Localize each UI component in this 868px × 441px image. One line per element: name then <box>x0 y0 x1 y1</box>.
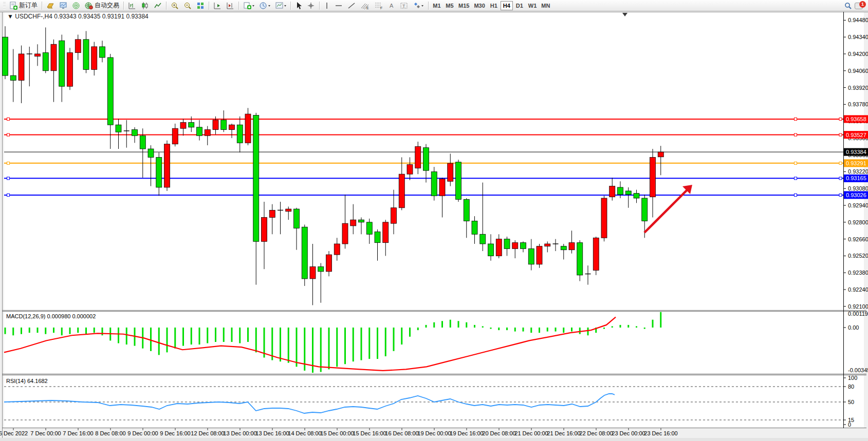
timeframe-M15[interactable]: M15 <box>456 1 471 10</box>
time-tick-label: 7 Dec 00:00 <box>30 430 61 436</box>
time-tick-label: 23 Dec 00:00 <box>612 430 645 436</box>
candle-bull <box>229 125 235 129</box>
fibonacci-button[interactable]: F <box>372 1 385 11</box>
candle-bear <box>302 227 307 279</box>
bar-chart-type-button[interactable] <box>126 1 138 11</box>
toolbar-grip[interactable] <box>3 2 6 9</box>
timeframe-D1[interactable]: D1 <box>513 1 526 10</box>
templates-button[interactable] <box>273 1 288 11</box>
arrows-button[interactable] <box>411 1 426 11</box>
candle-bull <box>172 128 178 144</box>
price-tick-label: 0.92800 <box>848 219 868 225</box>
candle-bull <box>75 40 81 53</box>
charts-profile-button[interactable] <box>44 1 57 11</box>
svg-text:F: F <box>380 6 382 10</box>
horizontal-line-button[interactable] <box>333 1 345 11</box>
time-tick-label: 13 Dec 16:00 <box>255 430 289 436</box>
svg-text:0.93026: 0.93026 <box>846 192 866 198</box>
price-tick-label: 0.93780 <box>848 101 868 107</box>
macd-axis-min: -0.003457 <box>848 367 868 373</box>
equidistant-channel-button[interactable]: E <box>358 1 372 11</box>
vertical-line-button[interactable] <box>322 1 332 11</box>
new-chart-button[interactable] <box>241 1 256 11</box>
macd-axis-zero: 0.00 <box>848 324 859 331</box>
candle-bull <box>415 146 421 168</box>
timeframe-W1[interactable]: W1 <box>526 1 539 10</box>
time-tick-label: 6 Dec 2022 <box>0 430 28 436</box>
tile-windows-icon <box>196 2 205 10</box>
timeframe-M30[interactable]: M30 <box>472 1 487 10</box>
candle-bear <box>221 120 227 130</box>
time-axis[interactable]: 6 Dec 20227 Dec 00:007 Dec 16:008 Dec 08… <box>0 428 868 441</box>
price-tag-0.93384[interactable]: 0.93384 <box>844 148 868 156</box>
notification-badge: 1 <box>859 1 866 8</box>
time-tick-label: 14 Dec 08:00 <box>288 430 321 436</box>
text-button[interactable]: A <box>386 1 397 11</box>
candle-bull <box>310 266 316 278</box>
timeframe-H1[interactable]: H1 <box>488 1 500 10</box>
cursor-button[interactable] <box>293 1 304 11</box>
notification-button[interactable]: 1 <box>855 1 866 10</box>
period-button[interactable] <box>257 1 272 11</box>
candle-bear <box>197 127 202 136</box>
line-handle[interactable] <box>7 162 10 164</box>
search-icon <box>844 2 852 10</box>
macd-label: MACD(12,26,9) 0.000980 0.000002 <box>6 313 96 319</box>
crosshair-button[interactable] <box>305 1 317 11</box>
zoom-out-button[interactable] <box>181 1 194 11</box>
signals-button[interactable] <box>70 1 82 11</box>
auto-trading-button[interactable]: 自动交易 <box>83 1 121 11</box>
auto-scroll-icon <box>213 2 221 10</box>
candle-bull <box>342 223 348 244</box>
price-tick-label: 0.92940 <box>848 202 868 208</box>
tile-windows-button[interactable] <box>194 1 207 11</box>
candle-bear <box>366 222 372 234</box>
text-label-button[interactable]: T <box>398 1 410 11</box>
candle-bull <box>512 243 518 249</box>
candle-bull <box>67 53 73 87</box>
candle-bull <box>448 163 453 181</box>
search-button[interactable] <box>842 1 854 11</box>
candlestick-icon <box>141 2 149 10</box>
channel-icon: E <box>360 2 370 10</box>
trendline-button[interactable] <box>345 1 358 11</box>
line-handle[interactable] <box>7 133 10 136</box>
line-handle[interactable] <box>795 194 797 196</box>
line-handle[interactable] <box>795 133 797 136</box>
arrows-icon <box>413 2 424 10</box>
candle-bull <box>326 255 332 272</box>
candle-bull <box>91 47 97 69</box>
candle-bull <box>496 239 502 256</box>
timeframe-M5[interactable]: M5 <box>444 1 456 10</box>
time-tick-label: 19 Dec 16:00 <box>450 430 483 436</box>
candle-bull <box>51 44 57 71</box>
candle-bear <box>642 198 648 221</box>
line-handle[interactable] <box>7 177 10 180</box>
candlestick-type-button[interactable] <box>139 1 151 11</box>
timeframe-H4[interactable]: H4 <box>501 1 513 10</box>
market-watch-button[interactable] <box>57 1 69 11</box>
line-handle[interactable] <box>7 118 10 120</box>
candle-bear <box>100 47 105 57</box>
candle-bear <box>294 209 300 228</box>
candle-bear <box>431 171 437 196</box>
new-order-button[interactable]: 新订单 <box>7 1 40 11</box>
candle-bear <box>488 244 494 256</box>
line-handle[interactable] <box>795 177 797 180</box>
candle-bear <box>156 157 162 187</box>
auto-scroll-button[interactable] <box>211 1 224 11</box>
line-handle[interactable] <box>795 162 797 164</box>
candle-bull <box>545 244 550 246</box>
candle-bull <box>650 157 656 197</box>
candle-bear <box>59 41 65 86</box>
line-chart-type-button[interactable] <box>152 1 164 11</box>
timeframe-MN[interactable]: MN <box>539 1 552 10</box>
line-handle[interactable] <box>7 194 10 196</box>
price-tick-label: 0.94340 <box>848 34 868 40</box>
line-handle[interactable] <box>795 118 797 120</box>
timeframe-M1[interactable]: M1 <box>431 1 443 10</box>
zoom-in-button[interactable] <box>169 1 181 11</box>
candle-bull <box>286 209 291 212</box>
candle-bull <box>164 144 170 187</box>
chart-shift-button[interactable] <box>224 1 236 11</box>
